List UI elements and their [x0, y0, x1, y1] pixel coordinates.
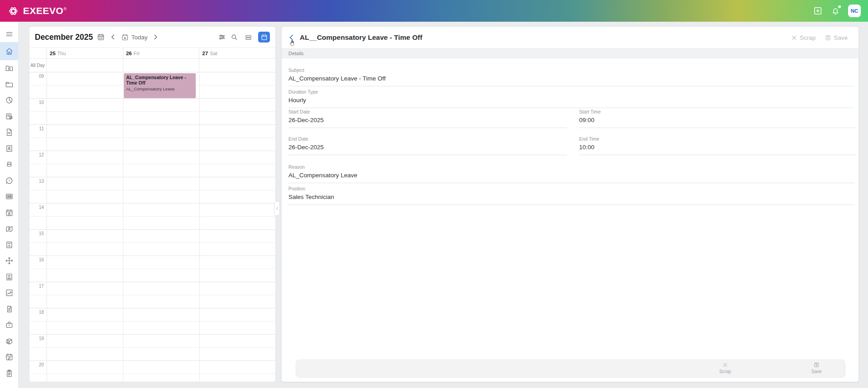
chevron-left-icon — [109, 33, 117, 41]
search-button[interactable] — [230, 33, 238, 41]
user-avatar[interactable]: NC — [848, 5, 861, 17]
sidebar-item-package-settings[interactable] — [0, 333, 18, 350]
scrap-label: Scrap — [719, 369, 731, 374]
sidebar-item-contact-card[interactable] — [0, 141, 18, 157]
top-app-bar: EXEEVO® NC — [0, 0, 868, 22]
grid-slot[interactable] — [29, 138, 275, 151]
filter-button[interactable] — [218, 33, 226, 41]
end-time-input[interactable]: 10:00 — [579, 144, 856, 155]
grid-slot[interactable] — [29, 177, 275, 190]
position-input[interactable]: Sales Technician — [288, 194, 855, 205]
save-button-header[interactable]: Save — [825, 34, 848, 41]
hour-label: 14 — [29, 205, 44, 210]
sidebar-item-move[interactable] — [0, 253, 18, 269]
line-chart-icon — [5, 289, 14, 297]
duration-type-input[interactable]: Hourly — [288, 97, 855, 108]
start-date-input[interactable]: 26-Dec-2025 — [288, 117, 567, 128]
panel-resize-handle[interactable] — [274, 201, 280, 216]
grid-slot[interactable] — [29, 217, 275, 230]
sidebar-item-clipboard[interactable] — [0, 365, 18, 382]
event-details-panel: AL__Compensatory Leave - Time Off Scrap … — [281, 26, 859, 382]
grid-slot[interactable] — [29, 203, 275, 217]
details-form: Subject AL_Compensatory Leave - Time Off… — [282, 58, 859, 382]
grid-slot[interactable] — [29, 348, 275, 361]
pills-icon — [5, 160, 14, 169]
grid-slot[interactable] — [29, 243, 275, 256]
grid-slot[interactable] — [29, 112, 275, 125]
start-time-input[interactable]: 09:00 — [579, 117, 856, 128]
hour-label: 17 — [29, 284, 44, 289]
sidebar-item-pie-chart[interactable] — [0, 92, 18, 109]
sidebar-item-receipt[interactable] — [0, 301, 18, 317]
day-weekday: Sat — [210, 51, 217, 56]
day-header-fri[interactable]: 26Fri — [123, 48, 199, 58]
sidebar-item-barcode[interactable] — [0, 189, 18, 205]
grid-slot[interactable] — [29, 361, 275, 374]
sidebar-item-briefcase[interactable] — [0, 317, 18, 333]
grid-slot[interactable] — [29, 308, 275, 322]
sidebar-item-menu[interactable] — [0, 28, 18, 40]
add-new-button[interactable] — [813, 6, 823, 16]
calendar-view-button[interactable] — [258, 32, 270, 43]
sidebar-item-document-settings[interactable] — [0, 269, 18, 285]
sidebar-item-map-user[interactable] — [0, 221, 18, 237]
document-icon — [5, 128, 14, 137]
reason-label: Reason — [288, 164, 855, 170]
grid-slot[interactable] — [29, 269, 275, 282]
column-divider — [123, 72, 123, 382]
sidebar-item-folder-settings[interactable] — [0, 60, 18, 76]
scrap-label: Scrap — [800, 34, 816, 41]
sidebar-item-home[interactable] — [0, 42, 18, 60]
day-header-thu[interactable]: 25Thu — [47, 48, 123, 58]
sidebar-item-help[interactable]: ? — [0, 173, 18, 189]
grid-slot[interactable] — [29, 99, 275, 112]
sidebar-item-line-chart[interactable] — [0, 285, 18, 301]
sidebar-item-calendar-sync[interactable] — [0, 349, 18, 365]
agenda-view-button[interactable] — [242, 32, 254, 43]
folder-settings-icon — [5, 64, 14, 72]
collapse-left-icon — [275, 206, 279, 211]
grid-slot[interactable] — [29, 295, 275, 308]
grid-slot[interactable] — [29, 374, 275, 382]
folder-icon — [5, 80, 14, 89]
reason-input[interactable]: AL_Compensatory Leave — [288, 172, 855, 183]
next-period-button[interactable] — [151, 33, 160, 41]
previous-period-button[interactable] — [109, 33, 117, 41]
calendar-event[interactable]: AL_Compensatory Leave - Time Off AL_Comp… — [124, 73, 196, 98]
grid-slot[interactable] — [29, 322, 275, 335]
grid-slot[interactable] — [29, 282, 275, 295]
grid-slot[interactable] — [29, 256, 275, 269]
hour-label: 10 — [29, 100, 44, 105]
grid-slot[interactable] — [29, 230, 275, 243]
calendar-icon — [97, 33, 105, 41]
start-date-label: Start Date — [288, 109, 567, 114]
today-button[interactable]: Today — [121, 33, 147, 41]
sidebar-item-calendar-user[interactable] — [0, 205, 18, 221]
sidebar-item-document[interactable] — [0, 124, 18, 141]
brand-name: EXEEVO® — [23, 5, 67, 16]
tab-details[interactable]: Details — [288, 51, 304, 56]
grid-slot[interactable] — [29, 190, 275, 203]
grid-slot[interactable] — [29, 151, 275, 164]
scrap-button-footer[interactable]: Scrap — [712, 362, 739, 374]
grid-slot[interactable] — [29, 164, 275, 177]
subject-input[interactable]: AL_Compensatory Leave - Time Off — [288, 75, 855, 86]
details-title: AL__Compensatory Leave - Time Off — [300, 33, 787, 42]
sidebar-item-document-edit[interactable] — [0, 109, 18, 125]
day-header-sat[interactable]: 27Sat — [199, 48, 275, 58]
sidebar-item-pills[interactable] — [0, 156, 18, 173]
calendar-toolbar: December 2025 Today — [29, 27, 275, 48]
save-button-footer[interactable]: Save — [803, 362, 830, 374]
calendar-view-icon — [260, 33, 268, 41]
day-weekday: Thu — [57, 51, 66, 56]
sidebar-item-report-chart[interactable] — [0, 237, 18, 253]
sidebar-item-folder[interactable] — [0, 76, 18, 93]
scrap-button-header[interactable]: Scrap — [791, 34, 816, 41]
notifications-button[interactable] — [830, 6, 840, 16]
hour-label: 16 — [29, 257, 44, 262]
grid-slot[interactable] — [29, 335, 275, 348]
grid-slot[interactable] — [29, 125, 275, 138]
end-date-input[interactable]: 26-Dec-2025 — [288, 144, 567, 155]
month-picker-button[interactable] — [97, 33, 105, 41]
calendar-panel: December 2025 Today — [29, 26, 276, 382]
